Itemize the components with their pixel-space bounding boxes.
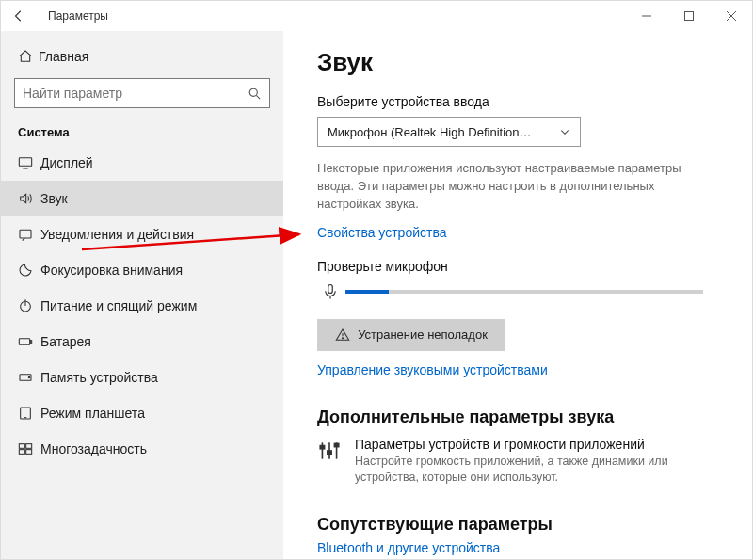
troubleshoot-button[interactable]: Устранение неполадок — [317, 319, 505, 351]
multitask-icon — [18, 441, 40, 456]
input-device-value: Микрофон (Realtek High Definition… — [328, 125, 532, 139]
svg-point-14 — [28, 376, 29, 377]
svg-rect-30 — [334, 443, 338, 446]
sidebar-item-display[interactable]: Дисплей — [1, 145, 283, 181]
app-volume-title: Параметры устройств и громкости приложен… — [355, 437, 718, 452]
mic-level-meter — [345, 290, 703, 294]
battery-icon — [18, 334, 40, 349]
back-button[interactable] — [12, 9, 33, 23]
sidebar-home[interactable]: Главная — [1, 40, 283, 72]
svg-rect-29 — [328, 451, 331, 454]
sidebar: Главная Система Дисплей Звук Уведомления… — [1, 31, 283, 559]
search-icon — [248, 87, 262, 101]
device-properties-link[interactable]: Свойства устройства — [317, 225, 718, 240]
sidebar-item-label: Питание и спящий режим — [40, 298, 197, 313]
sidebar-item-label: Многозадачность — [40, 441, 147, 456]
svg-rect-17 — [19, 444, 24, 449]
tablet-icon — [18, 406, 40, 421]
storage-icon — [18, 370, 40, 385]
svg-rect-28 — [320, 445, 324, 448]
svg-rect-8 — [20, 230, 31, 238]
input-device-label: Выберите устройства ввода — [317, 94, 718, 109]
sidebar-item-storage[interactable]: Память устройства — [1, 360, 283, 395]
sidebar-item-label: Память устройства — [40, 370, 158, 385]
svg-rect-6 — [19, 158, 31, 167]
svg-point-24 — [343, 337, 344, 338]
close-button[interactable] — [710, 1, 752, 31]
svg-line-5 — [256, 95, 260, 99]
display-icon — [18, 155, 40, 170]
maximize-button[interactable] — [667, 1, 710, 31]
sidebar-item-label: Уведомления и действия — [40, 227, 194, 242]
sidebar-group-header: Система — [1, 118, 283, 145]
search-input[interactable] — [23, 86, 248, 101]
svg-rect-12 — [30, 341, 31, 344]
advanced-header: Дополнительные параметры звука — [317, 408, 718, 427]
sidebar-item-tablet[interactable]: Режим планшета — [1, 395, 283, 431]
svg-rect-19 — [19, 450, 24, 455]
notifications-icon — [18, 227, 40, 242]
sidebar-item-sound[interactable]: Звук — [1, 181, 283, 216]
sidebar-item-label: Звук — [40, 191, 68, 206]
window-title: Параметры — [48, 9, 108, 23]
app-volume-icon — [317, 437, 342, 487]
main-panel: Звук Выберите устройства ввода Микрофон … — [283, 31, 752, 559]
page-title: Звук — [317, 48, 718, 77]
input-description: Некоторые приложения используют настраив… — [317, 160, 713, 214]
sidebar-item-multitask[interactable]: Многозадачность — [1, 431, 283, 467]
sidebar-item-label: Дисплей — [40, 155, 93, 170]
sidebar-item-battery[interactable]: Батарея — [1, 324, 283, 360]
svg-point-4 — [249, 88, 257, 96]
troubleshoot-label: Устранение неполадок — [358, 328, 488, 342]
sidebar-home-label: Главная — [39, 49, 88, 64]
app-volume-row[interactable]: Параметры устройств и громкости приложен… — [317, 437, 718, 487]
mic-meter-row — [317, 281, 718, 302]
input-device-dropdown[interactable]: Микрофон (Realtek High Definition… — [317, 117, 581, 147]
svg-rect-11 — [19, 339, 29, 345]
sidebar-item-label: Фокусировка внимания — [40, 263, 183, 278]
warning-icon — [335, 328, 350, 343]
svg-rect-18 — [26, 444, 32, 449]
test-mic-label: Проверьте микрофон — [317, 259, 718, 274]
sidebar-item-focus[interactable]: Фокусировка внимания — [1, 252, 283, 288]
search-box[interactable] — [14, 78, 270, 108]
sidebar-item-notifications[interactable]: Уведомления и действия — [1, 216, 283, 252]
related-header: Сопутствующие параметры — [317, 515, 718, 535]
svg-rect-1 — [684, 12, 693, 21]
chevron-down-icon — [559, 126, 570, 137]
titlebar: Параметры — [1, 1, 752, 31]
sidebar-item-label: Режим планшета — [40, 406, 145, 421]
svg-rect-21 — [328, 284, 333, 293]
app-volume-desc: Настройте громкость приложений, а также … — [355, 454, 718, 487]
bluetooth-link[interactable]: Bluetooth и другие устройства — [317, 540, 718, 555]
manage-devices-link[interactable]: Управление звуковыми устройствами — [317, 362, 718, 377]
mic-icon — [317, 281, 344, 302]
sound-icon — [18, 191, 40, 206]
svg-rect-20 — [26, 450, 32, 455]
home-icon — [18, 49, 39, 64]
sidebar-item-label: Батарея — [40, 334, 91, 349]
sidebar-item-power[interactable]: Питание и спящий режим — [1, 288, 283, 324]
focus-icon — [18, 263, 40, 278]
minimize-button[interactable] — [625, 1, 667, 31]
power-icon — [18, 298, 40, 313]
